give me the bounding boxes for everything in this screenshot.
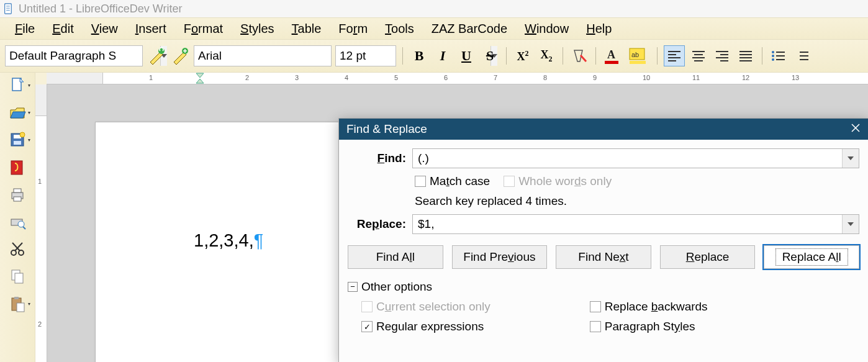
font-name-input[interactable] xyxy=(194,49,349,63)
separator xyxy=(762,47,762,65)
svg-rect-56 xyxy=(17,303,24,312)
document-body-text[interactable]: 1,2,3,4, xyxy=(194,230,254,250)
bold-button[interactable]: B xyxy=(409,46,429,66)
align-center-button[interactable] xyxy=(689,46,708,66)
replace-button[interactable]: Replace xyxy=(660,245,756,269)
document-text[interactable]: 1,2,3,4,¶ xyxy=(194,230,263,251)
ruler-tick: 4 xyxy=(345,74,348,81)
number-list-button[interactable] xyxy=(792,46,812,66)
separator xyxy=(657,47,658,65)
find-all-button[interactable]: Find All xyxy=(348,245,443,269)
ruler-tick: 1 xyxy=(38,178,42,185)
save-button[interactable]: ▾ xyxy=(4,130,31,150)
strikethrough-button[interactable]: S xyxy=(480,46,500,66)
italic-button[interactable]: I xyxy=(433,46,453,66)
vertical-ruler[interactable]: 1 2 xyxy=(35,84,47,362)
menu-help[interactable]: Help xyxy=(577,20,620,37)
pilcrow-icon: ¶ xyxy=(254,230,264,250)
ruler-tick: 6 xyxy=(444,74,448,81)
paragraph-styles-checkbox[interactable]: Paragraph Styles xyxy=(590,320,708,333)
font-size-combo[interactable] xyxy=(335,45,396,66)
chevron-down-icon[interactable] xyxy=(842,215,859,233)
chevron-down-icon[interactable] xyxy=(842,149,859,168)
menu-styles[interactable]: Styles xyxy=(232,20,283,37)
font-color-button[interactable]: A xyxy=(602,46,623,66)
paste-button[interactable]: ▾ xyxy=(4,294,31,314)
svg-point-27 xyxy=(772,51,774,53)
collapse-icon[interactable]: − xyxy=(348,282,358,292)
standard-toolbar: ▾ ▾ ▾ ▾ xyxy=(0,73,35,362)
ruler-tick: 9 xyxy=(593,74,597,81)
svg-line-47 xyxy=(23,227,25,229)
find-next-button[interactable]: Find Next xyxy=(556,245,651,269)
separator xyxy=(563,47,563,65)
ruler-tick: 2 xyxy=(245,74,249,81)
dialog-title: Find & Replace xyxy=(346,122,427,136)
other-options-header[interactable]: − Other options xyxy=(348,280,859,294)
ruler-tick: 10 xyxy=(643,74,650,81)
ruler-tick: 7 xyxy=(494,74,497,81)
update-style-button[interactable] xyxy=(147,46,166,66)
menu-edit[interactable]: Edit xyxy=(43,20,82,37)
copy-button[interactable] xyxy=(4,266,31,286)
export-pdf-button[interactable] xyxy=(4,157,31,177)
indent-marker-icon[interactable] xyxy=(196,73,204,85)
regex-checkbox[interactable]: Regular expressions xyxy=(361,320,491,333)
match-case-checkbox[interactable]: Match case xyxy=(415,174,490,188)
dialog-title-bar[interactable]: Find & Replace xyxy=(339,119,868,140)
svg-rect-39 xyxy=(14,141,21,145)
replace-field[interactable] xyxy=(412,214,859,234)
svg-rect-53 xyxy=(15,273,23,283)
ruler-tick: 2 xyxy=(38,320,42,328)
menu-window[interactable]: Window xyxy=(516,20,577,37)
cut-button[interactable] xyxy=(4,239,31,259)
svg-rect-7 xyxy=(605,61,618,64)
new-button[interactable]: ▾ xyxy=(4,75,31,95)
find-previous-button[interactable]: Find Previous xyxy=(452,245,548,269)
svg-rect-0 xyxy=(5,4,12,14)
svg-rect-44 xyxy=(14,197,21,201)
menu-format[interactable]: Format xyxy=(175,20,232,37)
menu-view[interactable]: View xyxy=(83,20,127,37)
underline-button[interactable]: U xyxy=(456,46,476,66)
svg-point-29 xyxy=(772,55,774,57)
align-right-button[interactable] xyxy=(712,46,732,66)
font-name-combo[interactable] xyxy=(194,45,332,66)
replace-backwards-checkbox[interactable]: Replace backwards xyxy=(590,300,708,314)
clear-formatting-button[interactable] xyxy=(569,46,589,66)
svg-point-40 xyxy=(20,132,25,137)
print-preview-button[interactable] xyxy=(4,212,31,232)
new-style-button[interactable] xyxy=(170,46,190,66)
formatting-toolbar: B I U S X2 X2 A ab xyxy=(0,40,868,73)
horizontal-ruler[interactable]: 1 2 3 4 5 6 7 8 9 10 11 12 13 xyxy=(47,73,868,84)
bullet-list-button[interactable] xyxy=(769,46,789,66)
ruler-tick: 11 xyxy=(692,74,700,81)
menu-table[interactable]: Table xyxy=(283,20,330,37)
paragraph-style-combo[interactable] xyxy=(5,45,143,66)
whole-words-checkbox: Whole words only xyxy=(504,174,612,188)
replace-all-button[interactable]: Replace All xyxy=(764,245,859,269)
find-input[interactable] xyxy=(413,149,842,168)
superscript-button[interactable]: X2 xyxy=(513,46,533,66)
print-button[interactable] xyxy=(4,184,31,204)
find-field[interactable] xyxy=(412,148,859,168)
find-replace-dialog: Find & Replace Find: Match case Whole wo… xyxy=(338,118,868,362)
menu-tools[interactable]: Tools xyxy=(376,20,423,37)
subscript-button[interactable]: X2 xyxy=(536,46,556,66)
align-justify-button[interactable] xyxy=(736,46,756,66)
replace-label: Replace: xyxy=(348,217,406,231)
menu-insert[interactable]: Insert xyxy=(127,20,175,37)
paragraph-style-input[interactable] xyxy=(6,49,160,63)
menu-zaz[interactable]: ZAZ BarCode xyxy=(423,20,516,37)
close-icon[interactable] xyxy=(851,122,861,136)
menu-bar: File Edit View Insert Format Styles Tabl… xyxy=(0,17,868,40)
separator xyxy=(595,47,596,65)
highlight-color-button[interactable]: ab xyxy=(627,46,651,66)
align-left-button[interactable] xyxy=(664,45,685,66)
menu-form[interactable]: Form xyxy=(330,20,376,37)
svg-rect-43 xyxy=(14,189,21,192)
svg-text:A: A xyxy=(607,48,615,61)
open-button[interactable]: ▾ xyxy=(4,102,31,122)
replace-input[interactable] xyxy=(413,215,842,233)
menu-file[interactable]: File xyxy=(6,20,43,37)
